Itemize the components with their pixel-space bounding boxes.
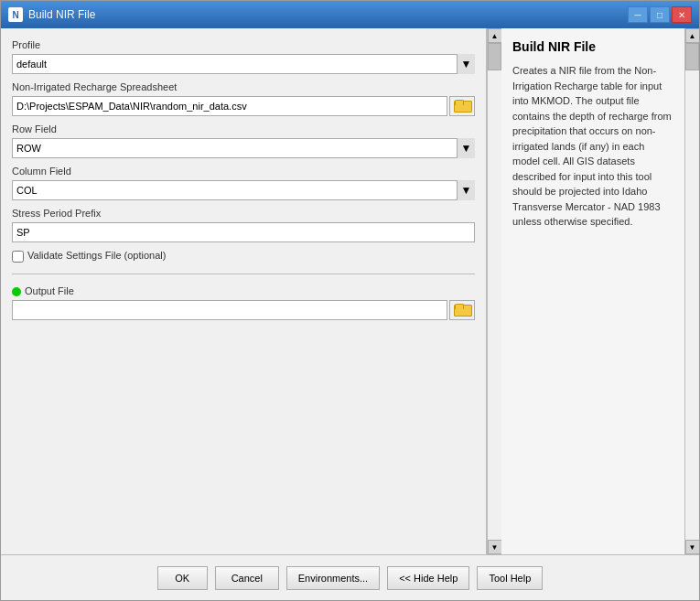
right-scrollbar[interactable]: ▲ ▼ — [684, 28, 699, 554]
validate-checkbox-label: Validate Settings File (optional) — [27, 250, 166, 261]
spreadsheet-browse-button[interactable] — [449, 96, 475, 116]
output-browse-button[interactable] — [449, 300, 475, 320]
column-field-dropdown-wrapper: COL ▼ — [12, 180, 475, 200]
profile-label: Profile — [12, 39, 475, 50]
profile-group: Profile default ▼ — [12, 39, 475, 74]
scroll-up-button[interactable]: ▲ — [488, 28, 502, 43]
window-title: Build NIR File — [28, 8, 95, 21]
profile-dropdown[interactable]: default — [12, 54, 475, 74]
main-content: Profile default ▼ Non-Irrigated Recharge… — [1, 28, 699, 554]
title-bar: N Build NIR File ─ □ ✕ — [1, 1, 699, 28]
output-file-label: Output File — [25, 285, 74, 296]
left-panel: Profile default ▼ Non-Irrigated Recharge… — [1, 28, 487, 554]
close-button[interactable]: ✕ — [672, 6, 692, 23]
maximize-button[interactable]: □ — [650, 6, 670, 23]
output-folder-icon — [454, 304, 470, 317]
right-scroll-down-button[interactable]: ▼ — [685, 540, 700, 554]
row-field-group: Row Field ROW ▼ — [12, 123, 475, 158]
column-field-group: Column Field COL ▼ — [12, 166, 475, 200]
hide-help-button[interactable]: << Hide Help — [387, 566, 469, 590]
left-scrollbar[interactable]: ▲ ▼ — [487, 28, 501, 554]
right-scroll-thumb[interactable] — [685, 43, 699, 70]
main-window: N Build NIR File ─ □ ✕ Profile default ▼… — [0, 0, 700, 601]
row-field-label: Row Field — [12, 123, 475, 134]
right-panel-title: Build NIR File — [512, 39, 673, 54]
minimize-button[interactable]: ─ — [628, 6, 648, 23]
window-icon: N — [8, 7, 23, 22]
row-field-dropdown-wrapper: ROW ▼ — [12, 138, 475, 158]
spreadsheet-group: Non-Irrigated Recharge Spreadsheet — [12, 81, 475, 116]
title-bar-left: N Build NIR File — [8, 7, 95, 22]
output-status-dot — [12, 287, 21, 296]
validate-checkbox[interactable] — [12, 251, 24, 263]
output-file-input[interactable] — [12, 300, 447, 320]
column-field-dropdown[interactable]: COL — [12, 180, 475, 200]
column-field-label: Column Field — [12, 166, 475, 177]
output-file-wrapper — [12, 300, 475, 320]
stress-period-input[interactable] — [12, 222, 475, 242]
output-file-group: Output File — [12, 285, 475, 320]
scroll-track — [488, 43, 501, 540]
spacer — [12, 327, 475, 543]
tool-help-button[interactable]: Tool Help — [477, 566, 543, 590]
spreadsheet-input[interactable] — [12, 96, 447, 116]
cancel-button[interactable]: Cancel — [215, 566, 279, 590]
profile-dropdown-wrapper: default ▼ — [12, 54, 475, 74]
right-scroll-up-button[interactable]: ▲ — [685, 28, 700, 43]
row-field-dropdown[interactable]: ROW — [12, 138, 475, 158]
footer: OK Cancel Environments... << Hide Help T… — [1, 554, 699, 600]
validate-checkbox-wrapper: Validate Settings File (optional) — [12, 250, 475, 263]
scroll-down-button[interactable]: ▼ — [488, 540, 502, 554]
spreadsheet-label: Non-Irrigated Recharge Spreadsheet — [12, 81, 475, 92]
environments-button[interactable]: Environments... — [286, 566, 380, 590]
title-bar-controls: ─ □ ✕ — [628, 6, 692, 23]
stress-period-label: Stress Period Prefix — [12, 208, 475, 219]
right-scroll-track — [685, 43, 699, 540]
spreadsheet-file-wrapper — [12, 96, 475, 116]
right-panel: Build NIR File Creates a NIR file from t… — [501, 28, 684, 554]
stress-period-group: Stress Period Prefix — [12, 208, 475, 242]
scroll-thumb[interactable] — [488, 43, 501, 70]
right-panel-description: Creates a NIR file from the Non-Irrigati… — [512, 63, 673, 230]
folder-icon — [454, 100, 470, 113]
ok-button[interactable]: OK — [157, 566, 208, 590]
divider — [12, 274, 475, 274]
output-label-row: Output File — [12, 285, 475, 298]
